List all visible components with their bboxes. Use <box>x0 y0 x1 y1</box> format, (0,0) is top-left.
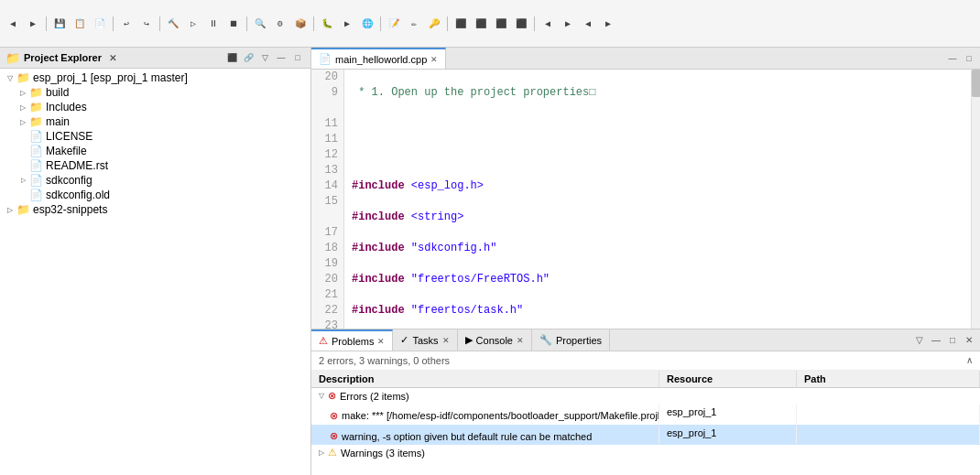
scroll-thumb[interactable] <box>972 70 980 97</box>
error-2-description: ⊗ warning, -s option given but default r… <box>311 426 659 445</box>
bottom-tab-bar: ⚠ Problems ✕ ✓ Tasks ✕ ▶ Console ✕ 🔧 Pro… <box>311 329 980 351</box>
toolbar-btn-back[interactable]: ◀ <box>4 15 22 33</box>
errors-group-header[interactable]: ▽ ⊗ Errors (2 items) <box>311 388 980 404</box>
problem-group-errors: ▽ ⊗ Errors (2 items) ⊗ make: *** [/home/… <box>311 388 980 445</box>
tab-console[interactable]: ▶ Console ✕ <box>458 329 532 351</box>
editor-area[interactable]: 20 9 11 11 12 13 14 15 17 18 19 20 21 22… <box>311 70 980 329</box>
toolbar-btn-9[interactable]: 🔍 <box>251 15 269 33</box>
maximize-editor-button[interactable]: □ <box>962 51 976 66</box>
bottom-expand-button[interactable]: ▽ <box>912 333 927 348</box>
line-numbers: 20 9 11 11 12 13 14 15 17 18 19 20 21 22… <box>311 70 344 329</box>
panel-menu-button[interactable]: ▽ <box>257 50 272 65</box>
panel-header-icons: ⬛ 🔗 ▽ — □ <box>224 50 305 65</box>
toolbar-btn-24[interactable]: ◀ <box>579 15 597 33</box>
link-editor-button[interactable]: 🔗 <box>241 50 256 65</box>
folder-icon-esp32snippets: 📁 <box>16 203 30 216</box>
project-explorer-header: 📁 Project Explorer ✕ ⬛ 🔗 ▽ — □ <box>0 48 310 69</box>
minimize-editor-button[interactable]: — <box>945 51 960 66</box>
problems-icon: ⚠ <box>319 335 328 347</box>
problems-table-header: Description Resource Path <box>311 371 980 388</box>
project-explorer-panel: 📁 Project Explorer ✕ ⬛ 🔗 ▽ — □ ▽ 📁 esp_p… <box>0 48 311 475</box>
console-icon: ▶ <box>465 334 473 346</box>
tab-problems[interactable]: ⚠ Problems ✕ <box>311 329 393 351</box>
tree-item-sdkconfig[interactable]: ▷ 📄 sdkconfig <box>0 173 310 188</box>
col-header-description: Description <box>311 371 659 387</box>
tree-label-esp32snippets: esp32-snippets <box>33 203 107 216</box>
collapse-all-button[interactable]: ⬛ <box>224 50 239 65</box>
panel-title: Project Explorer <box>24 52 102 63</box>
toolbar-btn-6[interactable]: ▷ <box>184 15 202 33</box>
toolbar-btn-save[interactable]: 💾 <box>50 15 69 33</box>
toolbar-btn-19[interactable]: ⬛ <box>472 15 490 33</box>
editor-tab-main[interactable]: 📄 main_helloworld.cpp ✕ <box>311 48 446 69</box>
console-tab-close[interactable]: ✕ <box>517 336 524 345</box>
toolbar-btn-23[interactable]: ▶ <box>559 15 577 33</box>
expand-arrow-build: ▷ <box>16 86 29 99</box>
tree-item-license[interactable]: 📄 LICENSE <box>0 129 310 144</box>
toolbar-btn-20[interactable]: ⬛ <box>492 15 510 33</box>
toolbar-btn-10[interactable]: ⚙ <box>271 15 289 33</box>
file-icon-license: 📄 <box>29 130 43 143</box>
toolbar-btn-3[interactable]: 📄 <box>91 15 109 33</box>
bottom-minimize-button[interactable]: — <box>929 333 943 348</box>
tree-item-esp32-snippets[interactable]: ▷ 📁 esp32-snippets <box>0 202 310 217</box>
toolbar-btn-11[interactable]: 📦 <box>291 15 310 33</box>
code-editor[interactable]: * 1. Open up the project properties□ #in… <box>344 70 971 329</box>
folder-icon-includes: 📁 <box>29 101 43 113</box>
tasks-tab-close[interactable]: ✕ <box>442 336 450 345</box>
tab-properties[interactable]: 🔧 Properties <box>532 329 610 351</box>
toolbar-btn-fwd[interactable]: ▶ <box>24 15 42 33</box>
error-2-icon: ⊗ <box>330 430 338 442</box>
toolbar-sep-4 <box>246 16 247 31</box>
toolbar-btn-17[interactable]: 🔑 <box>425 15 443 33</box>
toolbar-btn-21[interactable]: ⬛ <box>512 15 530 33</box>
warnings-group-header[interactable]: ▷ ⚠ Warnings (3 items) <box>311 445 980 460</box>
tree-item-readme[interactable]: 📄 README.rst <box>0 158 310 173</box>
toolbar-btn-18[interactable]: ⬛ <box>452 15 470 33</box>
code-line-2 <box>352 116 964 132</box>
error-1-path <box>797 405 980 424</box>
toolbar-btn-14[interactable]: 🌐 <box>358 15 376 33</box>
tab-close-button[interactable]: ✕ <box>430 55 438 64</box>
collapse-arrow[interactable]: ∧ <box>966 355 973 365</box>
tree-item-includes[interactable]: ▷ 📁 Includes <box>0 100 310 114</box>
toolbar-btn-2[interactable]: 📋 <box>71 15 89 33</box>
tree-label-sdkconfig-old: sdkconfig.old <box>46 189 110 201</box>
problems-table: Description Resource Path ▽ ⊗ Errors (2 … <box>311 371 980 475</box>
error-row-1[interactable]: ⊗ make: *** [/home/esp-idf/components/bo… <box>311 404 980 425</box>
folder-icon-root: 📁 <box>16 71 30 84</box>
toolbar-btn-undo[interactable]: ↩ <box>117 15 136 33</box>
tree-item-sdkconfig-old[interactable]: 📄 sdkconfig.old <box>0 188 310 202</box>
toolbar-btn-12[interactable]: 🐛 <box>318 15 336 33</box>
maximize-panel-button[interactable]: □ <box>290 50 305 65</box>
toolbar-btn-5[interactable]: 🔨 <box>164 15 182 33</box>
toolbar-btn-15[interactable]: 📝 <box>385 15 403 33</box>
minimize-panel-button[interactable]: — <box>274 50 289 65</box>
toolbar-btn-7[interactable]: ⏸ <box>204 15 223 33</box>
tree-item-makefile[interactable]: 📄 Makefile <box>0 144 310 158</box>
toolbar-sep-1 <box>46 16 47 31</box>
error-1-description: ⊗ make: *** [/home/esp-idf/components/bo… <box>311 405 659 424</box>
tab-bar-actions: — □ <box>945 48 980 69</box>
problems-tab-close[interactable]: ✕ <box>377 337 385 346</box>
error-2-path <box>797 426 980 445</box>
toolbar-btn-22[interactable]: ◀ <box>539 15 557 33</box>
tree-item-root[interactable]: ▽ 📁 esp_proj_1 [esp_proj_1 master] <box>0 70 310 85</box>
error-row-2[interactable]: ⊗ warning, -s option given but default r… <box>311 425 980 446</box>
bottom-maximize-button[interactable]: □ <box>945 333 960 348</box>
tree-item-main[interactable]: ▷ 📁 main <box>0 114 310 129</box>
close-icon-panel[interactable]: ✕ <box>109 53 116 63</box>
toolbar-btn-16[interactable]: ✏ <box>405 15 423 33</box>
cpp-file-icon: 📄 <box>319 53 332 65</box>
errors-expand-arrow: ▽ <box>319 392 324 400</box>
tree-item-build[interactable]: ▷ 📁 build <box>0 85 310 100</box>
toolbar-btn-25[interactable]: ▶ <box>599 15 617 33</box>
toolbar-btn-8[interactable]: ⏹ <box>224 15 243 33</box>
toolbar-btn-13[interactable]: ▶ <box>338 15 356 33</box>
toolbar-btn-redo[interactable]: ↪ <box>137 15 156 33</box>
editor-scrollbar[interactable] <box>971 70 980 329</box>
tab-tasks[interactable]: ✓ Tasks ✕ <box>393 329 457 351</box>
bottom-panel: ⚠ Problems ✕ ✓ Tasks ✕ ▶ Console ✕ 🔧 Pro… <box>311 329 980 475</box>
bottom-close-button[interactable]: ✕ <box>962 333 976 348</box>
tree-label-license: LICENSE <box>46 130 93 143</box>
